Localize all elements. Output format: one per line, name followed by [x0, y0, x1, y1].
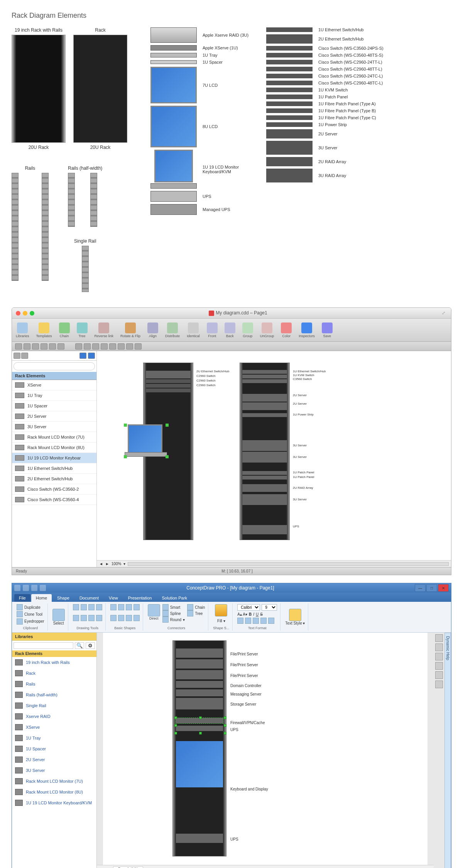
shape-icon[interactable] — [126, 615, 132, 621]
tab-shape[interactable]: Shape — [52, 594, 74, 602]
shape-icon[interactable] — [96, 615, 102, 621]
sidebar-item[interactable]: XServe — [12, 380, 96, 390]
font-select[interactable]: Calibri — [237, 604, 260, 611]
tool-icon[interactable] — [126, 343, 133, 350]
shape-icon[interactable] — [88, 604, 95, 610]
sidebar-item[interactable]: 1U 19 LCD Monitor Keyboar — [12, 453, 96, 463]
eyedropper-icon[interactable] — [17, 618, 23, 625]
tool-icon[interactable] — [75, 343, 82, 350]
tool-icon[interactable] — [118, 343, 125, 350]
library-item[interactable]: Rack Mount LCD Monitor (8U) — [12, 787, 96, 797]
sidebar-item[interactable]: 2U Ethernet Switch/Hub — [12, 474, 96, 484]
shape-icon[interactable] — [88, 615, 95, 621]
toolbar-color-icon[interactable] — [281, 323, 292, 333]
tab-view[interactable]: View — [104, 594, 123, 602]
library-item[interactable]: 3U Server — [12, 765, 96, 776]
library-item[interactable]: Rails (half-width) — [12, 689, 96, 700]
tab-document[interactable]: Document — [75, 594, 103, 602]
dynamic-help-tab[interactable]: Dynamic Help — [444, 633, 451, 868]
smart-icon[interactable] — [162, 604, 169, 610]
font-size-select[interactable]: 9 — [262, 604, 277, 611]
library-search[interactable] — [14, 642, 73, 649]
toolbar-reverselink-icon[interactable] — [98, 323, 109, 333]
undo-icon[interactable] — [31, 585, 37, 591]
toolbar-align-icon[interactable] — [147, 323, 158, 333]
shape-icon[interactable] — [118, 604, 124, 610]
duplicate-icon[interactable] — [17, 604, 23, 610]
tool-icon[interactable] — [109, 343, 116, 350]
sidebar-item[interactable]: Rack Mount LCD Monitor (8U) — [12, 442, 96, 453]
toolbar-ungroup-icon[interactable] — [262, 323, 272, 333]
shape-icon[interactable] — [73, 615, 79, 621]
tool-icon[interactable] — [92, 343, 99, 350]
toolbar-distribute-icon[interactable] — [167, 323, 178, 333]
shape-icon[interactable] — [73, 604, 79, 610]
sidebar-item[interactable]: Cisco Switch (WS-C3560-4 — [12, 495, 96, 505]
shape-icon[interactable] — [81, 615, 87, 621]
toolbar-templates-icon[interactable] — [39, 323, 49, 333]
library-item[interactable]: XServe — [12, 722, 96, 733]
minimize-button[interactable] — [23, 311, 27, 316]
tab-home[interactable]: Home — [31, 594, 52, 602]
shape-icon[interactable] — [110, 604, 117, 610]
toolbar-front-icon[interactable] — [207, 323, 218, 333]
library-item[interactable]: 19 inch Rack with Rails — [12, 657, 96, 668]
canvas[interactable]: 2U Ethernet Switch/HubC2960 SwitchC2960 … — [97, 351, 451, 567]
tree-icon[interactable] — [187, 610, 193, 616]
tool-icon[interactable] — [435, 671, 443, 679]
toolbar-group-icon[interactable] — [242, 323, 253, 333]
page-indicator[interactable]: Page1 (1/1) — [113, 866, 143, 868]
align-icon[interactable] — [268, 618, 274, 624]
tab-file[interactable]: File — [14, 594, 30, 602]
canvas[interactable]: File/Print ServerFile/Print ServerFile/P… — [97, 633, 434, 865]
select-tool[interactable] — [52, 609, 65, 621]
tool-icon[interactable] — [101, 343, 108, 350]
shape-icon[interactable] — [133, 604, 140, 610]
sidebar-item[interactable]: 1U Ethernet Switch/Hub — [12, 463, 96, 474]
toolbar-rotateflip-icon[interactable] — [125, 323, 136, 333]
toolbar-libraries-icon[interactable] — [17, 323, 28, 333]
lib-category[interactable]: Rack Elements — [12, 650, 96, 657]
library-item[interactable]: Rack — [12, 668, 96, 679]
fill-icon[interactable] — [215, 604, 227, 616]
tool-icon[interactable] — [435, 634, 443, 642]
toolbar-chain-icon[interactable] — [59, 323, 70, 333]
sidebar-item[interactable]: 1U Tray — [12, 390, 96, 401]
library-item[interactable]: Rack Mount LCD Monitor (7U) — [12, 776, 96, 787]
tool-icon[interactable] — [41, 343, 47, 350]
library-item[interactable]: 1U 19 LCD Monitor Keyboard/KVM — [12, 797, 96, 808]
spline-icon[interactable] — [162, 610, 169, 616]
shape-icon[interactable] — [118, 615, 124, 621]
toolbar-tree-icon[interactable] — [77, 323, 88, 333]
redo-icon[interactable] — [40, 585, 46, 591]
library-item[interactable]: Xserve RAID — [12, 711, 96, 722]
shape-icon[interactable] — [81, 604, 87, 610]
direct-icon[interactable] — [148, 604, 160, 616]
library-item[interactable]: 1U Tray — [12, 733, 96, 743]
tool-icon[interactable] — [135, 343, 142, 350]
fullscreen-icon[interactable]: ⤢ — [442, 311, 447, 316]
shape-icon[interactable] — [126, 604, 132, 610]
library-item[interactable]: 2U Server — [12, 754, 96, 765]
tab-presentation[interactable]: Presentation — [123, 594, 157, 602]
filter-button[interactable]: ⚙ — [86, 642, 95, 649]
zoom-button[interactable] — [30, 311, 34, 316]
library-item[interactable]: 1U Spacer — [12, 743, 96, 754]
library-item[interactable]: Single Rail — [12, 700, 96, 711]
app-icon[interactable] — [14, 585, 20, 591]
tool-icon[interactable] — [435, 662, 443, 670]
close-button[interactable] — [16, 311, 20, 316]
shape-icon[interactable] — [133, 615, 140, 621]
tool-icon[interactable] — [435, 643, 443, 651]
sidebar-item[interactable]: 2U Server — [12, 411, 96, 422]
tool-icon[interactable] — [32, 343, 39, 350]
close-button[interactable]: ✕ — [438, 584, 449, 592]
align-icon[interactable] — [260, 618, 267, 624]
align-icon[interactable] — [245, 618, 251, 624]
tool-icon[interactable] — [435, 681, 443, 688]
dragged-lcd[interactable] — [128, 424, 162, 453]
toolbar-save-icon[interactable] — [322, 323, 333, 333]
search-input[interactable] — [14, 362, 95, 370]
tool-icon[interactable] — [49, 343, 56, 350]
chain-icon[interactable] — [187, 604, 193, 610]
